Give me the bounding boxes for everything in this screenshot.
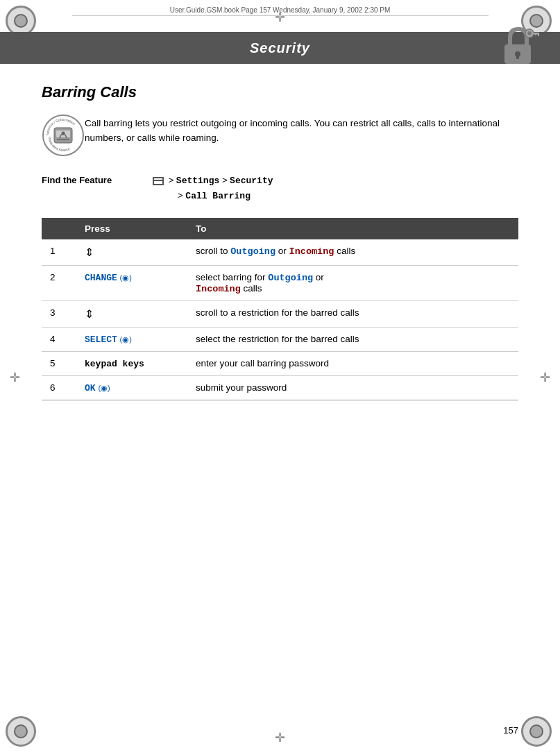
press-action: keypad keys (76, 351, 187, 375)
ok-button-label: OK (85, 383, 96, 393)
press-action: ⇕ (76, 300, 187, 327)
book-info: User.Guide.GSM.book Page 157 Wednesday, … (72, 6, 489, 16)
scroll-icon: ⇕ (85, 246, 94, 259)
instruction-text: select barring for Outgoing orIncoming c… (187, 265, 518, 300)
instruction-text: submit your password (187, 375, 518, 400)
instructions-table: Press To 1⇕scroll to Outgoing or Incomin… (42, 218, 518, 400)
svg-rect-6 (538, 33, 539, 36)
step-number: 5 (42, 351, 76, 375)
table-row: 2CHANGE (◉)select barring for Outgoing o… (42, 265, 518, 300)
crossmark-bottom: ✛ (275, 730, 285, 745)
table-row: 4SELECT (◉)select the restriction for th… (42, 327, 518, 351)
svg-rect-2 (516, 54, 519, 59)
table-header-row: Press To (42, 218, 518, 239)
corner-decoration-bl (6, 716, 39, 749)
crossmark-right: ✛ (540, 370, 550, 385)
incoming-keyword-2: Incoming (196, 284, 241, 294)
find-feature-label: Find the Feature (42, 173, 153, 185)
description-row: Network / Subscription Dependent Feature (42, 114, 518, 157)
outgoing-keyword-2: Outgoing (268, 273, 313, 283)
press-action: ⇕ (76, 239, 187, 266)
main-content: Barring Calls Network / Subscription Dep… (42, 69, 518, 400)
section-title: Barring Calls (42, 83, 518, 101)
corner-decoration-br (521, 716, 554, 749)
instruction-text: enter your call barring password (187, 351, 518, 375)
step-number: 6 (42, 375, 76, 400)
change-button-label: CHANGE (85, 273, 117, 283)
svg-rect-7 (535, 33, 536, 35)
press-action: CHANGE (◉) (76, 265, 187, 300)
table-row: 6OK (◉)submit your password (42, 375, 518, 400)
page-number: 157 (503, 725, 518, 736)
col-header-to: To (187, 218, 518, 239)
header-title: Security (250, 40, 310, 56)
outgoing-keyword: Outgoing (230, 246, 275, 257)
step-number: 4 (42, 327, 76, 351)
table-row: 1⇕scroll to Outgoing or Incoming calls (42, 239, 518, 266)
step-number: 1 (42, 239, 76, 266)
header-band: Security (0, 32, 560, 64)
incoming-keyword: Incoming (289, 246, 334, 257)
col-header-step (42, 218, 76, 239)
center-button-icon-2: (◉) (120, 335, 132, 343)
keypad-keys-label: keypad keys (85, 359, 144, 369)
center-button-icon-3: (◉) (98, 384, 110, 392)
network-subscription-icon: Network / Subscription Dependent Feature (42, 114, 85, 157)
table-row: 5keypad keysenter your call barring pass… (42, 351, 518, 375)
press-action: SELECT (◉) (76, 327, 187, 351)
col-header-press: Press (76, 218, 187, 239)
scroll-icon: ⇕ (85, 307, 94, 321)
crossmark-left: ✛ (10, 370, 20, 385)
step-number: 2 (42, 265, 76, 300)
instruction-text: select the restriction for the barred ca… (187, 327, 518, 351)
table-row: 3⇕scroll to a restriction for the barred… (42, 300, 518, 327)
find-feature-path-settings: > Settings > Security (169, 175, 273, 185)
step-number: 3 (42, 300, 76, 327)
description-text: Call barring lets you restrict outgoing … (85, 114, 518, 146)
svg-point-4 (527, 31, 532, 35)
top-bar: User.Guide.GSM.book Page 157 Wednesday, … (0, 0, 560, 22)
find-feature-path: > Settings > Security > Call Barring (153, 173, 273, 204)
find-feature-path-callbarring: > Call Barring (153, 190, 251, 201)
find-feature-row: Find the Feature > Settings > Security >… (42, 173, 518, 204)
instruction-text: scroll to Outgoing or Incoming calls (187, 239, 518, 266)
center-button-icon: (◉) (120, 273, 132, 282)
lock-icon (498, 25, 539, 71)
menu-icon (153, 177, 164, 185)
press-action: OK (◉) (76, 375, 187, 400)
select-button-label: SELECT (85, 334, 117, 345)
instruction-text: scroll to a restriction for the barred c… (187, 300, 518, 327)
